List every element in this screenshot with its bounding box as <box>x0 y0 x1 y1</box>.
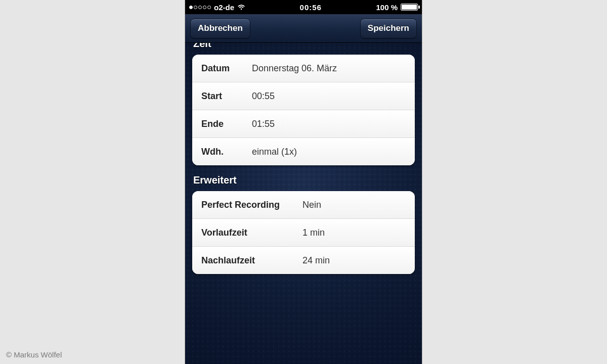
signal-strength-icon <box>189 6 211 9</box>
row-start[interactable]: Start 00:55 <box>192 82 415 110</box>
phone-frame: o2-de 00:56 100 % Abbrechen Speichern Ze… <box>185 0 422 364</box>
row-label: Vorlaufzeit <box>201 228 302 238</box>
zeit-card: Datum Donnerstag 06. März Start 00:55 En… <box>192 55 415 165</box>
row-perfect-recording[interactable]: Perfect Recording Nein <box>192 191 415 218</box>
row-label: Ende <box>201 119 252 129</box>
row-label: Wdh. <box>201 147 252 157</box>
status-time: 00:56 <box>245 3 376 12</box>
erweitert-card: Perfect Recording Nein Vorlaufzeit 1 min… <box>192 191 415 274</box>
wifi-icon <box>237 4 245 10</box>
carrier-label: o2-de <box>214 3 234 12</box>
row-wdh[interactable]: Wdh. einmal (1x) <box>192 138 415 165</box>
row-label: Perfect Recording <box>201 200 302 210</box>
status-left: o2-de <box>189 3 245 12</box>
section-header-zeit: Zeit <box>193 43 414 50</box>
battery-icon <box>401 4 418 11</box>
battery-percent: 100 % <box>376 3 398 12</box>
status-right: 100 % <box>376 3 418 12</box>
row-label: Start <box>201 91 252 102</box>
status-bar: o2-de 00:56 100 % <box>185 0 422 14</box>
row-value: Donnerstag 06. März <box>252 63 337 74</box>
content-area: Zeit Datum Donnerstag 06. März Start 00:… <box>185 43 422 364</box>
image-credit: © Markus Wölfel <box>6 350 62 359</box>
row-label: Datum <box>201 63 252 74</box>
row-value: einmal (1x) <box>252 147 297 157</box>
row-vorlaufzeit[interactable]: Vorlaufzeit 1 min <box>192 218 415 246</box>
navigation-bar: Abbrechen Speichern <box>185 14 422 43</box>
row-value: 00:55 <box>252 91 275 102</box>
row-ende[interactable]: Ende 01:55 <box>192 110 415 138</box>
row-value: Nein <box>302 200 321 210</box>
save-button[interactable]: Speichern <box>360 19 417 38</box>
row-value: 01:55 <box>252 119 275 129</box>
row-value: 24 min <box>302 255 330 266</box>
row-nachlaufzeit[interactable]: Nachlaufzeit 24 min <box>192 246 415 274</box>
cancel-button[interactable]: Abbrechen <box>190 19 250 38</box>
row-label: Nachlaufzeit <box>201 255 302 266</box>
section-header-erweitert: Erweitert <box>193 174 414 186</box>
row-datum[interactable]: Datum Donnerstag 06. März <box>192 55 415 82</box>
row-value: 1 min <box>302 228 325 238</box>
